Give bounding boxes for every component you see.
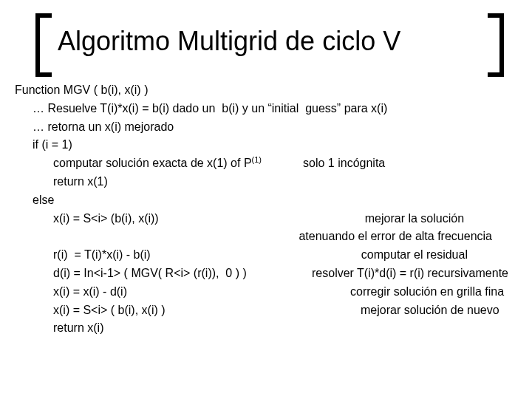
title-wrap: Algoritmo Multigrid de ciclo V — [37, 16, 502, 71]
code-line: … retorna un x(i) mejorado — [15, 118, 517, 137]
code-left: r(i) = T(i)*x(i) - b(i) — [15, 246, 300, 265]
code-right: mejorar la solución — [312, 210, 517, 228]
code-left: d(i) = In<i-1> ( MGV( R<i> (r(i)), 0 ) ) — [15, 265, 297, 283]
code-right: atenuando el error de alta frecuencia — [299, 228, 517, 246]
code-line: … Resuelve T(i)*x(i) = b(i) dado un b(i)… — [15, 100, 517, 118]
code-right: solo 1 incógnita — [303, 154, 385, 173]
code-left — [15, 228, 299, 246]
code-line: d(i) = In<i-1> ( MGV( R<i> (r(i)), 0 ) )… — [15, 265, 517, 283]
code-left: x(i) = S<i> ( b(i), x(i) ) — [15, 301, 319, 320]
code-right: computar el residual — [312, 246, 517, 265]
superscript: (1) — [252, 155, 262, 164]
code-line: x(i) = x(i) - d(i) corregir solución en … — [15, 283, 517, 301]
right-bracket-icon — [488, 13, 504, 77]
code-left: x(i) = x(i) - d(i) — [15, 283, 319, 301]
code-line: x(i) = S<i> (b(i), x(i)) mejorar la solu… — [15, 210, 517, 228]
code-line: else — [15, 191, 517, 210]
code-line: r(i) = T(i)*x(i) - b(i) computar el resi… — [15, 246, 517, 265]
code-line: computar solución exacta de x(1) of P(1)… — [15, 154, 517, 173]
left-bracket-icon — [35, 13, 52, 77]
code-right: mejorar solución de nuevo — [361, 301, 499, 320]
code-line: x(i) = S<i> ( b(i), x(i) ) mejorar soluc… — [15, 301, 517, 320]
text: computar solución exacta de x(1) of P — [53, 157, 252, 169]
slide-title: Algoritmo Multigrid de ciclo V — [37, 16, 502, 56]
code-left: x(i) = S<i> (b(i), x(i)) — [15, 210, 300, 228]
code-right: corregir solución en grilla fina — [350, 283, 504, 301]
code-right: resolver T(i)*d(i) = r(i) recursivamente — [312, 265, 508, 283]
code-line: if (i = 1) — [15, 136, 517, 154]
slide-body: Function MGV ( b(i), x(i) ) … Resuelve T… — [15, 81, 517, 338]
slide: Algoritmo Multigrid de ciclo V Function … — [0, 16, 532, 399]
code-left: computar solución exacta de x(1) of P(1) — [15, 154, 262, 173]
code-line: atenuando el error de alta frecuencia — [15, 228, 517, 246]
code-line: Function MGV ( b(i), x(i) ) — [15, 81, 517, 100]
code-line: return x(i) — [15, 319, 517, 338]
code-line: return x(1) — [15, 173, 517, 191]
